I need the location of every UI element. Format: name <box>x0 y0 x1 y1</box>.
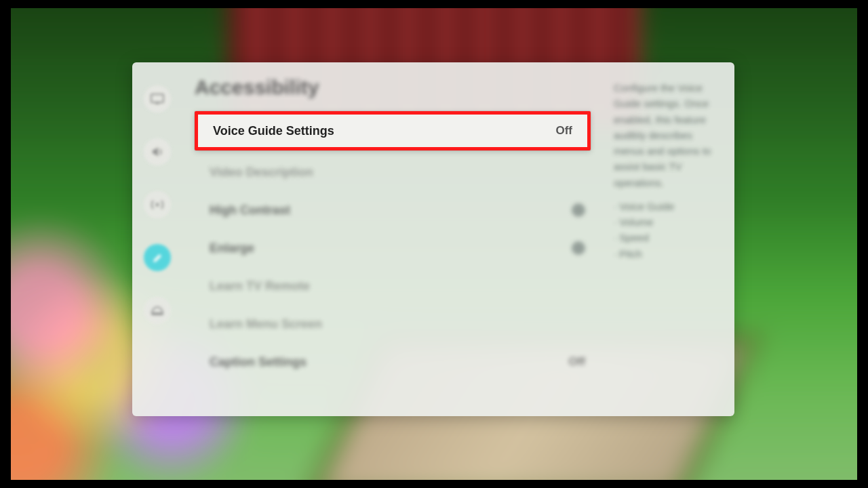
sound-icon[interactable] <box>144 138 171 165</box>
item-label: Voice Guide Settings <box>213 124 334 138</box>
item-value: Off <box>555 124 572 138</box>
item-voice-guide-settings[interactable]: Voice Guide Settings Off <box>195 111 591 150</box>
toggle-off-icon <box>572 241 585 255</box>
help-bullets: Voice Guide Volume Speed Pitch <box>614 199 725 262</box>
toggle-off-icon <box>572 203 585 217</box>
svg-rect-3 <box>151 312 163 315</box>
item-value: Off <box>568 355 585 369</box>
help-pane: Configure the Voice Guide settings. Once… <box>607 62 734 416</box>
svg-rect-0 <box>151 94 163 102</box>
help-bullet: Voice Guide <box>614 199 725 214</box>
item-learn-tv-remote[interactable]: Learn TV Remote <box>195 267 600 305</box>
letterbox <box>857 0 868 488</box>
item-video-description[interactable]: Video Description <box>195 153 600 191</box>
svg-point-2 <box>156 203 159 207</box>
settings-panel: Accessibility Voice Guide Settings Off V… <box>132 62 734 416</box>
item-high-contrast[interactable]: High Contrast <box>195 191 600 229</box>
help-bullet: Speed <box>614 230 725 245</box>
settings-category-sidebar <box>132 62 182 416</box>
settings-main: Accessibility Voice Guide Settings Off V… <box>182 62 607 416</box>
item-label: Caption Settings <box>210 355 307 369</box>
help-bullet: Pitch <box>614 246 725 262</box>
page-title: Accessibility <box>195 76 600 99</box>
picture-icon[interactable] <box>144 85 171 113</box>
item-learn-menu-screen[interactable]: Learn Menu Screen <box>195 305 600 343</box>
help-bullet: Volume <box>614 214 725 230</box>
support-icon[interactable] <box>144 297 171 324</box>
help-text: Configure the Voice Guide settings. Once… <box>614 80 725 190</box>
broadcast-icon[interactable] <box>144 191 171 218</box>
item-label: Learn Menu Screen <box>210 317 322 331</box>
svg-rect-1 <box>155 103 159 104</box>
item-caption-settings[interactable]: Caption Settings Off <box>195 343 600 381</box>
item-enlarge[interactable]: Enlarge <box>195 229 600 267</box>
letterbox <box>0 0 11 488</box>
item-label: Video Description <box>210 165 313 180</box>
item-label: High Contrast <box>210 203 290 218</box>
item-label: Learn TV Remote <box>210 279 310 293</box>
letterbox <box>0 480 868 488</box>
general-icon[interactable] <box>144 244 171 271</box>
letterbox <box>0 0 868 8</box>
item-label: Enlarge <box>210 241 254 256</box>
